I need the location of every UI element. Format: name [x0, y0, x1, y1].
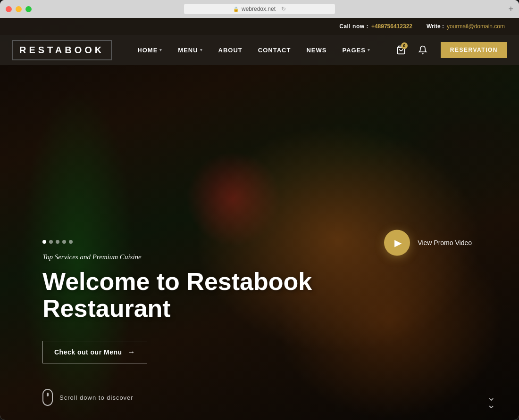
- site-wrapper: Call now : +489756412322 Write : yourmai…: [0, 18, 519, 420]
- traffic-lights: [6, 6, 32, 12]
- cta-arrow-icon: →: [128, 348, 135, 356]
- close-button[interactable]: [6, 6, 12, 12]
- dot-5[interactable]: [69, 240, 73, 244]
- nav-links: HOME ▾ MENU ▾ ABOUT CONTACT: [131, 43, 393, 58]
- hero-content: Top Services and Premium Cuisine Welcome…: [42, 240, 312, 363]
- scroll-indicator: Scroll down to discover: [42, 389, 134, 406]
- cta-label: Check out our Menu: [54, 348, 122, 356]
- email-info: Write : yourmail@domain.com: [427, 23, 505, 30]
- browser-window: 🔒 webredox.net ↻ + Call now : +489756412…: [0, 0, 519, 420]
- scroll-phone-dot: [47, 393, 49, 396]
- top-info-bar: Call now : +489756412322 Write : yourmai…: [0, 18, 519, 35]
- call-label: Call now :: [339, 23, 368, 30]
- dot-4[interactable]: [62, 240, 66, 244]
- scroll-down-chevron[interactable]: ⌄ ⌄: [487, 394, 495, 408]
- home-dropdown-icon: ▾: [159, 48, 162, 52]
- nav-item-news[interactable]: NEWS: [300, 43, 333, 58]
- scroll-phone-icon: [42, 389, 53, 406]
- video-button-area: ▶ View Promo Video: [384, 230, 472, 255]
- reservation-button[interactable]: RESERVATION: [441, 42, 507, 58]
- new-tab-button[interactable]: +: [508, 4, 513, 14]
- content-layer: Call now : +489756412322 Write : yourmai…: [0, 18, 519, 420]
- hero-title: Welcome to Restabook Restaurant: [42, 268, 312, 322]
- play-icon: ▶: [394, 237, 402, 248]
- refresh-icon[interactable]: ↻: [281, 6, 286, 12]
- pages-dropdown-icon: ▾: [368, 48, 370, 52]
- scroll-text: Scroll down to discover: [59, 394, 134, 401]
- lock-icon: 🔒: [233, 7, 239, 12]
- hero-title-line2: Restaurant: [42, 295, 171, 322]
- cart-button[interactable]: 0: [393, 41, 410, 58]
- call-number[interactable]: +489756412322: [371, 23, 412, 30]
- nav-icons: 0 RESERVATION: [393, 41, 507, 58]
- url-text: webredox.net: [242, 6, 276, 12]
- navbar: RESTABOOK HOME ▾ MENU ▾ ABOUT: [0, 35, 519, 65]
- nav-item-menu[interactable]: MENU ▾: [171, 43, 209, 58]
- nav-item-about[interactable]: ABOUT: [212, 43, 249, 58]
- dot-1[interactable]: [42, 240, 46, 244]
- cta-button[interactable]: Check out our Menu →: [42, 341, 147, 363]
- nav-item-contact[interactable]: CONTACT: [251, 43, 298, 58]
- dot-2[interactable]: [49, 240, 53, 244]
- hero-subtitle: Top Services and Premium Cuisine: [42, 253, 312, 261]
- write-label: Write :: [427, 23, 444, 30]
- email-address[interactable]: yourmail@domain.com: [447, 23, 505, 30]
- notification-button[interactable]: [414, 41, 431, 58]
- title-bar: 🔒 webredox.net ↻ +: [0, 0, 519, 18]
- menu-dropdown-icon: ▾: [200, 48, 203, 52]
- call-info: Call now : +489756412322: [339, 23, 412, 30]
- hero-title-line1: Welcome to Restabook: [42, 268, 312, 295]
- dot-3[interactable]: [56, 240, 59, 244]
- site-logo[interactable]: RESTABOOK: [12, 40, 112, 60]
- nav-item-home[interactable]: HOME ▾: [131, 43, 169, 58]
- browser-content: Call now : +489756412322 Write : yourmai…: [0, 18, 519, 420]
- hero-area: Top Services and Premium Cuisine Welcome…: [0, 65, 519, 420]
- cart-badge: 0: [401, 42, 408, 49]
- address-bar[interactable]: 🔒 webredox.net ↻: [184, 4, 335, 14]
- maximize-button[interactable]: [25, 6, 32, 12]
- video-label: View Promo Video: [418, 239, 472, 247]
- play-button[interactable]: ▶: [384, 230, 410, 255]
- nav-item-pages[interactable]: PAGES ▾: [335, 43, 377, 58]
- slider-dots: [42, 240, 312, 244]
- minimize-button[interactable]: [16, 6, 22, 12]
